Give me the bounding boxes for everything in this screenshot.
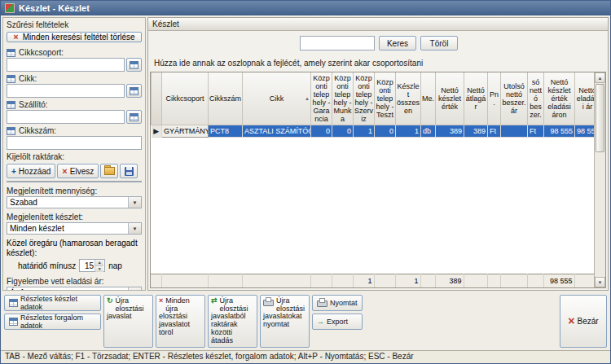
cikkcsoport-lookup-button[interactable] xyxy=(126,58,142,72)
deadline-prefix-label: határidő mínusz xyxy=(18,261,76,270)
warehouse-save-button[interactable] xyxy=(120,164,138,178)
column-header-teszt[interactable]: Központi telephely - Teszt xyxy=(375,72,396,125)
search-clear-button[interactable]: Töröl xyxy=(420,36,458,50)
price-dropdown[interactable]: Ár 1 ▼ xyxy=(7,287,142,291)
grid-cell[interactable]: db xyxy=(421,125,436,137)
scrollbar-track[interactable] xyxy=(595,83,605,277)
scrollbar-thumb[interactable] xyxy=(596,84,604,152)
cikkszam-label: Cikkszám: xyxy=(7,126,142,135)
grid-cell[interactable]: 0 xyxy=(375,125,396,137)
grid-cell[interactable]: 389 xyxy=(464,125,488,137)
quantity-dropdown[interactable]: Szabad ▼ xyxy=(7,196,142,208)
szallito-lookup-button[interactable] xyxy=(126,110,142,124)
column-header-pn[interactable]: Pn. xyxy=(488,72,501,125)
column-header-me[interactable]: Me. xyxy=(421,72,436,125)
lookup-grid-icon xyxy=(130,61,138,69)
warehouse-open-button[interactable] xyxy=(100,164,118,178)
table-row[interactable]: ▶ GYÁRTMÁNY PCT8 ASZTALI SZÁMÍTÓGÉP 0 0 … xyxy=(152,125,595,137)
spin-up-icon[interactable]: ▲ xyxy=(95,260,103,265)
summary-cell xyxy=(487,274,500,287)
export-button[interactable]: → Export xyxy=(312,314,363,330)
delete-all-suggestions-button[interactable]: × Minden újra elosztási javaslatot töröl xyxy=(156,295,205,348)
folder-icon xyxy=(104,167,115,175)
search-button[interactable]: Keres xyxy=(379,36,416,50)
szallito-input[interactable] xyxy=(7,110,125,124)
detail-traffic-button[interactable]: Részletes forgalom adatok xyxy=(4,314,101,330)
lookup-grid-icon xyxy=(7,75,15,83)
column-header-garancia[interactable]: Központi telephely - Garancia xyxy=(311,72,332,125)
scroll-down-icon[interactable]: ▼ xyxy=(595,277,605,287)
grid-cell[interactable]: 98 555 xyxy=(544,125,575,137)
print-suggestions-button[interactable]: Újra elosztási javaslatokat nyomtat xyxy=(260,295,310,348)
clear-all-filters-button[interactable]: × Minden keresési feltétel törlése xyxy=(7,32,142,42)
stock-dropdown[interactable]: Minden készlet ▼ xyxy=(7,222,142,235)
warehouse-add-button[interactable]: + Hozzáad xyxy=(7,164,55,178)
column-header-cikkszam[interactable]: Cikkszám xyxy=(209,72,243,125)
print-button[interactable]: Nyomtat xyxy=(312,295,363,311)
filter-panel-title: Szűrési feltételek xyxy=(7,20,142,29)
delete-x-icon: × xyxy=(159,297,163,305)
grid-cell[interactable]: PCT8 xyxy=(209,125,243,137)
cikkszam-input[interactable] xyxy=(7,136,142,150)
lookup-grid-icon xyxy=(130,113,138,121)
grid-cell[interactable] xyxy=(501,125,528,137)
column-header-szerviz[interactable]: Központi telephely - Szerviz xyxy=(354,72,375,125)
deadline-input[interactable] xyxy=(80,260,95,271)
grid-cell[interactable]: 389 xyxy=(436,125,464,137)
spin-down-icon[interactable]: ▼ xyxy=(95,265,103,272)
column-header-netto-atlagar[interactable]: Nettó átlagár xyxy=(464,72,488,125)
printer-icon xyxy=(317,298,327,307)
detail-stock-button[interactable]: Részletes készlet adatok xyxy=(4,295,101,311)
column-header-cikk[interactable]: Cikk▲ xyxy=(243,72,311,125)
app-window: Készlet - Készlet Szűrési feltételek × M… xyxy=(0,0,611,364)
cikkcsoport-label: Cikkcsoport: xyxy=(7,48,142,57)
main-area: Szűrési feltételek × Minden keresési fel… xyxy=(1,15,610,292)
column-header-utolso-netto-beszer-ar[interactable]: Utolsó nettó beszer. ár xyxy=(501,72,528,125)
grid-cell[interactable]: 1 xyxy=(396,125,421,137)
column-header-netto-keszlet-ertek[interactable]: Nettó készlet érték xyxy=(436,72,464,125)
grid-cell[interactable]: ASZTALI SZÁMÍTÓGÉP xyxy=(243,125,311,137)
old-goods-label: Közel öregáru (hamarosan beragadt készle… xyxy=(7,239,142,257)
vertical-scrollbar[interactable]: ▲ ▼ xyxy=(594,72,605,287)
grid-cell[interactable]: GYÁRTMÁNY xyxy=(162,125,209,137)
column-header-netto-keszlet-ertek-eladasi-aron[interactable]: Nettó készlet érték eladási áron xyxy=(544,72,575,125)
grid-cell[interactable]: Ft xyxy=(528,125,544,137)
lookup-grid-icon xyxy=(130,87,138,95)
scroll-up-icon[interactable]: ▲ xyxy=(595,72,605,83)
warehouse-listbox[interactable]: Központi telephely - Garancia raktár Köz… xyxy=(7,181,142,182)
grid-cell[interactable]: 0 xyxy=(332,125,354,137)
deadline-spinner[interactable]: ▲ ▼ xyxy=(79,259,105,272)
chevron-down-icon[interactable]: ▼ xyxy=(128,287,141,291)
titlebar[interactable]: Készlet - Készlet xyxy=(1,1,610,15)
status-bar: TAB - Mező váltás; F1 - Törzsadat; ENTER… xyxy=(1,350,610,363)
cikkcsoport-input[interactable] xyxy=(7,58,125,72)
quantity-label: Megjelenített mennyiség: xyxy=(7,186,142,195)
cikk-input[interactable] xyxy=(7,84,125,98)
column-header-so-netto-beszer[interactable]: só nettó beszer. xyxy=(528,72,544,125)
redistribute-button[interactable]: ↻ Újra elosztási javaslat xyxy=(103,295,153,348)
grid-cell[interactable]: 98 555 xyxy=(575,125,595,137)
transfer-from-suggestion-button[interactable]: ⇄ Újra elosztási javaslatból raktárak kö… xyxy=(208,295,257,348)
chevron-down-icon[interactable]: ▼ xyxy=(128,197,141,208)
grid-cell[interactable]: Ft xyxy=(488,125,501,137)
summary-cell xyxy=(208,274,242,287)
stock-grid: Cikkcsoport Cikkszám Cikk▲ Központi tele… xyxy=(150,72,606,288)
summary-cell xyxy=(242,274,310,287)
grid-cell[interactable]: 1 xyxy=(354,125,375,137)
group-by-hint[interactable]: Húzza ide annak az oszlopnak a fejlécét,… xyxy=(148,54,608,72)
app-icon xyxy=(5,3,15,13)
column-header-netto-eladasi-ar[interactable]: Nettó eladási ár xyxy=(575,72,595,125)
column-header-cikkcsoport[interactable]: Cikkcsoport xyxy=(162,72,209,125)
search-input[interactable] xyxy=(300,36,375,50)
close-button[interactable]: × Bezár xyxy=(560,295,607,348)
filter-panel: Szűrési feltételek × Minden keresési fel… xyxy=(2,17,146,291)
column-header-munka[interactable]: Központi telephely - Munka xyxy=(332,72,354,125)
cikk-lookup-button[interactable] xyxy=(126,84,142,98)
warehouse-remove-button[interactable]: × Elvesz xyxy=(57,164,99,178)
grid-summary-row: 1 1 389 98 555 xyxy=(151,274,600,287)
transfer-arrows-icon: ⇄ xyxy=(211,297,218,305)
chevron-down-icon[interactable]: ▼ xyxy=(128,223,141,234)
warehouse-item[interactable]: Központi telephely - Garancia raktár xyxy=(7,182,141,182)
grid-cell[interactable]: 0 xyxy=(311,125,332,137)
column-header-keszlet-osszesen[interactable]: Készlet összesen xyxy=(396,72,421,125)
